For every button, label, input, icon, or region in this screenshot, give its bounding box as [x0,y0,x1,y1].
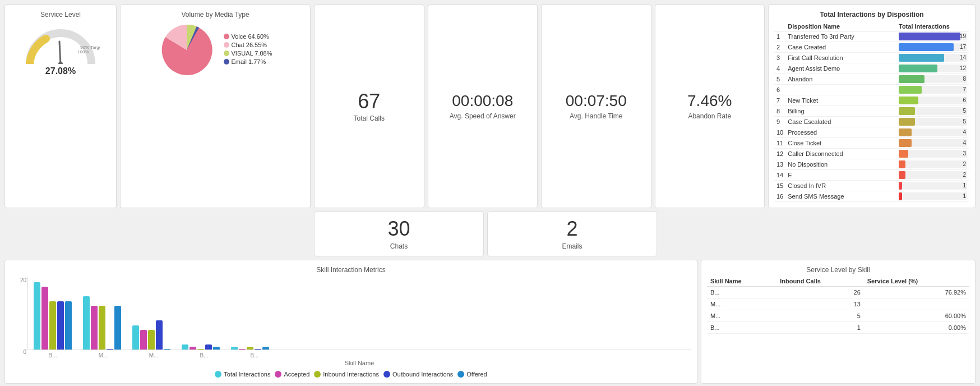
svg-text:100%: 100% [77,49,89,54]
sl-row: M... 13 [707,298,969,310]
disp-bar [899,150,908,158]
legend-text: Accepted [284,371,309,378]
disp-bar [899,139,912,147]
bar [213,347,220,349]
disposition-card: Total Interactions by Disposition Dispos… [768,4,976,208]
disp-bar-cell: 5 [896,106,969,117]
bar-group [231,347,269,349]
service-level-card: Service Level 90% Target 100% [4,4,117,208]
service-level-pct: 27.08% [45,66,76,76]
disp-bar-wrap: 2 [899,160,967,168]
x-label: M... [84,352,123,359]
disp-bar-wrap: 3 [899,150,967,158]
disp-bar [899,86,922,94]
disp-name: Processed [785,127,896,138]
bar-group [83,296,121,349]
disp-name: Case Escalated [785,117,896,127]
disposition-row: 9 Case Escalated 5 [774,117,969,127]
disposition-row: 13 No Disposition 2 [774,159,969,170]
bar [262,347,269,349]
bar [132,325,139,350]
pie-chart [159,22,215,78]
bar-group [132,320,170,349]
disposition-row: 12 Caller Disconnected 3 [774,149,969,159]
disp-bar-cell: 2 [896,170,969,181]
disposition-row: 8 Billing 5 [774,106,969,117]
bar-groups [27,277,691,350]
bar [91,306,98,349]
disp-name: Abandon [785,74,896,85]
legend-voice: Voice 64.60% [224,33,272,40]
pie-legend: Voice 64.60% Chat 26.55% VISUAL 7.08% Em… [224,33,272,67]
avg-speed-value: 00:00:08 [452,93,513,110]
bar [197,349,204,350]
disp-bar-wrap: 19 [899,33,967,40]
disposition-row: 5 Abandon 8 [774,74,969,85]
disp-rank: 1 [774,31,785,42]
name-header: Disposition Name [785,22,896,31]
visual-label: VISUAL 7.08% [232,50,272,57]
chat-label: Chat 26.55% [232,42,267,48]
disposition-title: Total Interactions by Disposition [774,11,969,19]
disp-bar-cell: 12 [896,63,969,74]
sl-inbound: 26 [776,286,864,298]
svg-point-1 [58,62,63,64]
legend-visual: VISUAL 7.08% [224,50,272,57]
disp-bar-wrap: 5 [899,118,967,126]
disp-rank: 2 [774,42,785,53]
spacer3 [660,212,976,256]
email-dot [224,59,229,65]
service-level-title: Service Level [40,11,81,19]
rank-header [774,22,785,31]
disp-rank: 15 [774,181,785,191]
disp-bar-num: 8 [963,75,966,83]
disposition-row: 16 Send SMS Message 1 [774,191,969,202]
avg-handle-label: Avg. Handle Time [570,112,623,120]
disp-bar-num: 6 [963,96,966,104]
bar [99,306,105,349]
disposition-row: 4 Agent Assist Demo 12 [774,63,969,74]
disp-bar-cell: 8 [896,74,969,85]
y-label-20: 20 [11,277,26,283]
x-axis-label: Skill Name [27,360,691,366]
email-label: Email 1.77% [232,58,266,65]
disp-bar [899,43,954,51]
disp-rank: 9 [774,117,785,127]
y-label-0: 0 [11,349,26,355]
disp-bar [899,65,937,72]
legend-text: Inbound Interactions [323,371,379,378]
disp-bar-cell: 17 [896,42,969,53]
disp-name: Closed In IVR [785,181,896,191]
dashboard: Service Level 90% Target 100% [0,0,980,386]
bar [140,330,147,349]
sl-row: M... 5 60.00% [707,310,969,321]
disp-bar-wrap: 4 [899,128,967,136]
bar [189,347,196,349]
bar [164,349,170,350]
skill-chart-area: 20 0 B...M...M...B...B... Skill Name [11,277,691,366]
disp-rank: 7 [774,95,785,106]
bar [57,301,64,350]
chats-label: Chats [390,242,408,250]
bar [114,306,121,349]
disp-bar-num: 5 [963,107,966,115]
bar [107,349,113,350]
disp-bar [899,107,915,115]
disp-bar-cell: 1 [896,191,969,202]
disp-bar-wrap: 1 [899,192,967,200]
disposition-row: 7 New Ticket 6 [774,95,969,106]
sl-row: B... 26 76.92% [707,286,969,298]
disp-rank: 8 [774,106,785,117]
disp-bar-wrap: 8 [899,75,967,83]
disp-bar-num: 5 [963,118,966,126]
disp-bar-wrap: 12 [899,65,967,72]
legend-text: Total Interactions [224,371,270,378]
bar [239,349,246,350]
sl-percent: 60.00% [864,310,969,321]
bar [156,320,163,349]
chat-dot [224,42,229,48]
abandon-rate-card: 7.46% Abandon Rate [655,4,765,208]
volume-title: Volume by Media Type [126,11,304,19]
disp-name: Send SMS Message [785,191,896,202]
disposition-row: 10 Processed 4 [774,127,969,138]
